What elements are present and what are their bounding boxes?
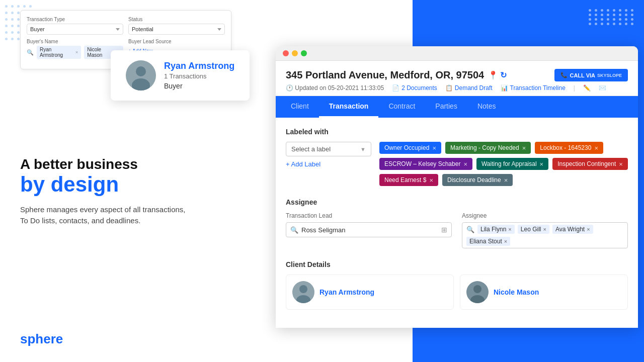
label-select-dropdown[interactable]: Select a label ▼	[286, 142, 371, 156]
transaction-lead-col: Transaction Lead 🔍 ⊞	[286, 212, 452, 248]
label-tag-text: Marketing - Copy Needed	[450, 144, 519, 151]
transaction-timeline-link[interactable]: 📊 Transaction Timeline	[501, 84, 566, 92]
svg-point-4	[299, 285, 307, 293]
buyers-name-field: Buyer's Name 🔍 Ryan Armstrong × Nicole M…	[27, 39, 123, 59]
label-tag-escrow-close[interactable]: ×	[463, 161, 467, 167]
call-button[interactable]: 📞 CALL VIA SKYSLOPE	[554, 69, 628, 81]
meta-divider: |	[574, 84, 575, 92]
add-label-button[interactable]: + Add Label	[286, 160, 371, 168]
demand-draft-link[interactable]: 📋 Demand Draft	[445, 84, 493, 92]
sphere-logo: sphere	[20, 331, 63, 347]
tab-client[interactable]: Client	[281, 96, 319, 118]
traffic-light-green[interactable]	[301, 50, 307, 56]
assignee-col: Assignee 🔍 Lila Flynn × Leo Gill ×	[462, 212, 628, 248]
tab-transaction[interactable]: Transaction	[319, 96, 379, 118]
transaction-type-field: Transaction Type Buyer	[27, 17, 123, 35]
traffic-light-yellow[interactable]	[292, 50, 298, 56]
search-icon-assignee: 🔍	[466, 226, 474, 233]
browser-titlebar	[276, 46, 638, 61]
client-card-nicole: Nicole Mason	[460, 275, 628, 310]
popup-name: Ryan Armstrong	[164, 61, 234, 71]
assignee-section: Assignee Transaction Lead 🔍 ⊞ Assignee	[286, 198, 628, 248]
tab-notes[interactable]: Notes	[467, 96, 506, 118]
refresh-icon[interactable]: ↻	[500, 70, 507, 80]
assignee-tag-ava-close[interactable]: ×	[587, 226, 590, 232]
chevron-down-icon: ▼	[360, 146, 366, 152]
label-tag-owner-close[interactable]: ×	[432, 145, 436, 151]
client-card-ryan: Ryan Armstrong	[286, 275, 454, 310]
assignee-tag-eliana: Eliana Stout ×	[466, 237, 510, 246]
popup-transactions: 1 Transactions	[164, 72, 234, 80]
status-label: Status	[128, 17, 225, 22]
buyer-popup-card: Ryan Armstrong 1 Transactions Buyer	[111, 50, 250, 101]
assignee-tag-eliana-close[interactable]: ×	[504, 238, 507, 244]
assignee-tag-lila-close[interactable]: ×	[508, 226, 511, 232]
labels-container: Select a label ▼ + Add Label Owner Occup…	[286, 142, 628, 186]
label-tag-text: Lockbox - 1645230	[540, 144, 591, 151]
edit-icon[interactable]: ✏️	[583, 84, 591, 92]
label-tag-lockbox: Lockbox - 1645230 ×	[535, 142, 603, 154]
buyers-name-label: Buyer's Name	[27, 39, 123, 44]
updated-text: 🕐 Updated on 05-20-2021 11:33:05	[286, 84, 384, 92]
label-tag-owner-occupied: Owner Occupied ×	[379, 142, 441, 154]
label-tag-escrow: ESCROW – Kelsey Schaber ×	[379, 158, 472, 170]
tab-contract[interactable]: Contract	[378, 96, 425, 118]
traffic-light-red[interactable]	[283, 50, 289, 56]
label-select-wrapper: Select a label ▼ + Add Label	[286, 142, 371, 168]
copy-icon[interactable]: ⊞	[441, 226, 447, 234]
label-tag-appraisal-close[interactable]: ×	[540, 161, 544, 167]
client-name-ryan[interactable]: Ryan Armstrong	[319, 288, 374, 296]
label-tag-waiting-appraisal: Waiting for Appraisal ×	[476, 158, 548, 170]
label-tag-text: ESCROW – Kelsey Schaber	[384, 160, 460, 167]
marketing-line1: A better business	[20, 156, 186, 173]
email-icon[interactable]: ✉️	[599, 84, 606, 92]
client-avatar-ryan	[292, 281, 314, 303]
label-select-text: Select a label	[291, 145, 331, 153]
label-tag-text: Need Earnest $	[384, 176, 426, 184]
assignee-tag-lila: Lila Flynn ×	[477, 225, 515, 234]
search-icon: 🔍	[290, 226, 298, 234]
assignee-row: Transaction Lead 🔍 ⊞ Assignee 🔍 Lila	[286, 212, 628, 248]
assignee-tag-ava: Ava Wright ×	[552, 225, 593, 234]
client-details-title: Client Details	[286, 260, 628, 268]
app-content: 345 Portland Avenue, Medford, OR, 97504 …	[276, 61, 638, 327]
labels-section: Labeled with Select a label ▼ + Add Labe…	[286, 128, 628, 186]
assignee-section-title: Assignee	[286, 198, 628, 206]
tab-parties[interactable]: Parties	[425, 96, 467, 118]
buyer-lead-source-label: Buyer Lead Source	[128, 39, 225, 44]
transaction-type-select[interactable]: Buyer	[27, 24, 123, 35]
buyer-tag-ryan-close[interactable]: ×	[75, 50, 78, 55]
property-address: 345 Portland Avenue, Medford, OR, 97504 …	[286, 69, 507, 81]
label-tag-marketing-copy: Marketing - Copy Needed ×	[445, 142, 531, 154]
labels-tags: Owner Occupied × Marketing - Copy Needed…	[379, 142, 628, 186]
address-icons: 📍 ↻	[488, 70, 507, 80]
status-select[interactable]: Potential	[128, 24, 225, 35]
background-dots-top-right	[585, 5, 639, 29]
status-field: Status Potential	[128, 17, 225, 35]
marketing-section: A better business by design Sphere manag…	[20, 156, 186, 227]
label-tag-inspection-close[interactable]: ×	[619, 161, 623, 167]
client-details-section: Client Details Ryan Armstrong	[286, 260, 628, 310]
label-tag-disclosure-close[interactable]: ×	[504, 177, 508, 184]
location-icon[interactable]: 📍	[488, 70, 498, 80]
label-tag-lockbox-close[interactable]: ×	[594, 145, 598, 151]
popup-info: Ryan Armstrong 1 Transactions Buyer	[164, 61, 234, 90]
documents-link[interactable]: 📄 2 Documents	[392, 84, 437, 92]
address-text: 345 Portland Avenue, Medford, OR, 97504	[286, 69, 484, 81]
assignee-tag-leo-close[interactable]: ×	[543, 226, 546, 232]
labels-section-title: Labeled with	[286, 128, 628, 136]
client-name-nicole[interactable]: Nicole Mason	[494, 288, 539, 296]
popup-role: Buyer	[164, 82, 234, 90]
buyers-search-icon: 🔍	[27, 49, 34, 56]
label-tag-text: Waiting for Appraisal	[481, 160, 537, 167]
label-tag-text: Inspection Contingent	[557, 160, 616, 167]
assignee-tags-container: 🔍 Lila Flynn × Leo Gill × Ava Wright	[462, 222, 628, 248]
label-tag-text: Disclosure Deadline	[447, 176, 501, 184]
transaction-lead-field[interactable]	[301, 226, 438, 234]
svg-point-1	[136, 66, 146, 76]
buyer-tag-ryan[interactable]: Ryan Armstrong ×	[37, 46, 81, 59]
transaction-lead-label: Transaction Lead	[286, 212, 452, 219]
svg-point-7	[473, 285, 481, 293]
label-tag-marketing-close[interactable]: ×	[522, 145, 526, 151]
label-tag-earnest-close[interactable]: ×	[429, 177, 433, 184]
